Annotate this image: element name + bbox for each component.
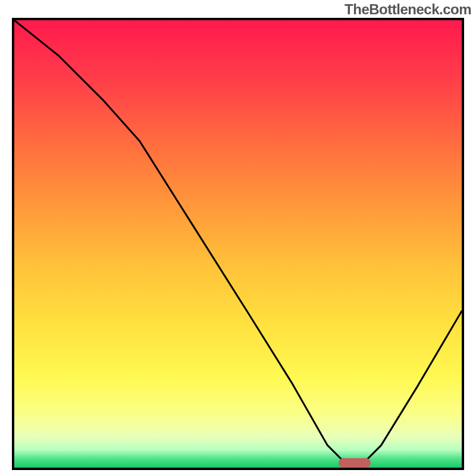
chart-container: TheBottleneck.com	[0, 0, 476, 476]
plot-frame	[12, 18, 464, 470]
optimum-marker	[339, 458, 371, 468]
watermark-text: TheBottleneck.com	[345, 1, 471, 18]
bottleneck-curve	[14, 20, 462, 468]
